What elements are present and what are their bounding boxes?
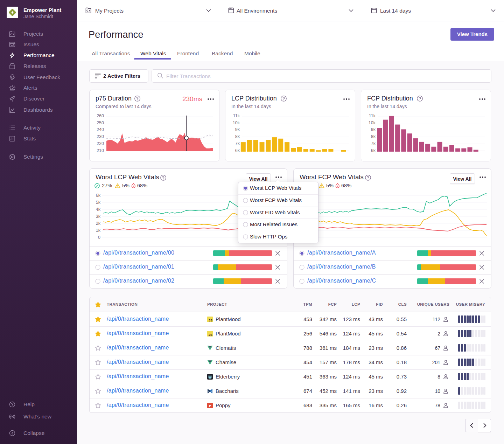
svg-text:e: e — [209, 403, 211, 408]
svg-text:JS: JS — [209, 318, 213, 322]
svg-text:JS: JS — [209, 333, 213, 337]
